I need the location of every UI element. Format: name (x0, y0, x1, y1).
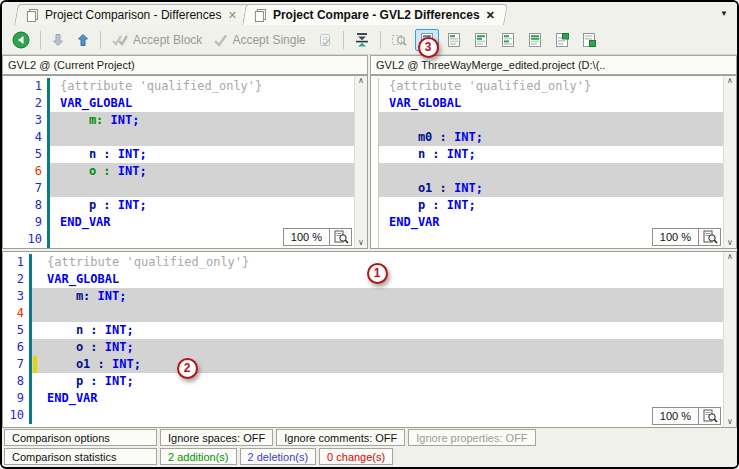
magnifier-document-icon (333, 230, 349, 244)
view-mode-additions-both-button[interactable] (469, 29, 493, 51)
zoom-level-value[interactable]: 100 % (652, 228, 699, 246)
align-differences-button[interactable] (350, 29, 374, 51)
code-line[interactable]: 9END_VAR (3, 390, 723, 407)
toolbar-separator (380, 31, 381, 49)
code-line[interactable]: 8 p : INT; (3, 373, 723, 390)
toolbar-separator (100, 31, 101, 49)
code-line[interactable]: 5 n : INT; (3, 322, 723, 339)
back-button[interactable] (8, 28, 34, 52)
code-line[interactable]: 2VAR_GLOBAL (3, 271, 723, 288)
preview-search-button[interactable] (387, 29, 412, 51)
tab-project-comparison-differences[interactable]: Project Comparison - Differences ✕ (14, 4, 249, 25)
comparison-statistics-label: Comparison statistics (4, 448, 157, 465)
ignore-comments-cell[interactable]: Ignore comments: OFF (276, 429, 405, 446)
annotation-circle-2: 2 (177, 358, 198, 379)
view-mode-overlay-bottom-button[interactable] (577, 29, 601, 51)
tab-label: Project Comparison - Differences (45, 8, 222, 22)
left-editor-scrollbar[interactable]: ∧ ∨ (354, 76, 367, 248)
line-number: 1 (3, 78, 47, 95)
code-text: VAR_GLOBAL (50, 95, 132, 112)
scroll-down-icon[interactable]: ∨ (358, 239, 364, 247)
code-line[interactable]: 2VAR_GLOBAL (3, 95, 354, 112)
code-text: {attribute 'qualified_only'} (379, 78, 591, 95)
scroll-up-icon[interactable]: ∧ (727, 253, 733, 261)
code-line[interactable]: 1{attribute 'qualified_only'} (3, 254, 723, 271)
line-number: 4 (3, 305, 29, 322)
code-text: o : INT; (50, 163, 147, 180)
view-mode-full-button[interactable] (523, 29, 547, 51)
scroll-down-icon[interactable]: ∨ (727, 418, 733, 426)
top-compare-split: ∧ ∨ 100 % 1{attribute 'q (2, 75, 737, 249)
code-text: END_VAR (379, 214, 440, 231)
magnifier-dashed-icon (391, 32, 408, 48)
code-line[interactable]: 6 o : INT; (3, 163, 354, 180)
code-text: o1 : INT; (37, 356, 141, 373)
code-line[interactable]: m0 : INT; (371, 129, 723, 146)
tab-close-icon[interactable]: ✕ (485, 10, 494, 21)
code-text: {attribute 'qualified_only'} (50, 78, 262, 95)
annotation-circle-3: 3 (418, 37, 439, 58)
left-compare-editor[interactable]: ∧ ∨ 100 % 1{attribute 'q (2, 75, 368, 249)
zoom-button[interactable] (330, 228, 352, 246)
accept-block-label: Accept Block (133, 33, 202, 47)
line-number: 10 (3, 407, 29, 424)
previous-difference-button[interactable] (72, 30, 94, 50)
code-line[interactable]: o1 : INT; (371, 180, 723, 197)
accept-block-button[interactable]: Accept Block (107, 30, 206, 50)
next-difference-button[interactable] (47, 30, 69, 50)
tab-close-icon[interactable]: ✕ (227, 10, 236, 21)
check-icon (213, 33, 228, 47)
code-text: p : INT; (37, 373, 134, 390)
scroll-down-icon[interactable]: ∨ (727, 239, 733, 247)
code-text: m: INT; (50, 112, 139, 129)
zoom-level-value[interactable]: 100 % (283, 228, 330, 246)
zoom-level-value[interactable]: 100 % (652, 407, 699, 425)
accept-single-button[interactable]: Accept Single (209, 30, 309, 50)
code-line[interactable]: 5 n : INT; (3, 146, 354, 163)
code-line[interactable]: 6 o : INT; (3, 339, 723, 356)
code-line[interactable]: 3 m: INT; (3, 288, 723, 305)
code-text (50, 180, 60, 197)
ignore-spaces-cell[interactable]: Ignore spaces: OFF (160, 429, 273, 446)
project-compare-window: Project Comparison - Differences ✕ Proje… (0, 0, 739, 469)
document-icon (25, 8, 39, 22)
code-line[interactable] (371, 112, 723, 129)
zoom-button[interactable] (699, 228, 721, 246)
tab-list-dropdown-icon[interactable]: ▼ (720, 10, 728, 18)
document-icon (253, 8, 267, 22)
view-mode-overlay-top-button[interactable] (550, 29, 574, 51)
code-line[interactable]: 3 m: INT; (3, 112, 354, 129)
view-mode-mixed-button[interactable] (496, 29, 520, 51)
code-line[interactable]: 4 (3, 129, 354, 146)
code-line[interactable]: VAR_GLOBAL (371, 95, 723, 112)
view-mode-additions-left-button[interactable] (442, 29, 466, 51)
gutter (371, 129, 379, 146)
accept-document-button[interactable] (313, 29, 337, 51)
bottom-editor-scrollbar[interactable]: ∧ ∨ (723, 252, 736, 427)
tab-project-compare-gvl2-differences[interactable]: Project Compare - GVL2 Differences ✕ (242, 4, 508, 25)
scroll-up-icon[interactable]: ∧ (358, 77, 364, 85)
line-number: 3 (3, 288, 29, 305)
code-line[interactable]: 10 (3, 407, 723, 424)
code-line[interactable]: 4 (3, 305, 723, 322)
gutter (371, 146, 379, 163)
right-editor-scrollbar[interactable]: ∧ ∨ (723, 76, 736, 248)
code-text: VAR_GLOBAL (379, 95, 461, 112)
code-line[interactable]: n : INT; (371, 146, 723, 163)
code-line[interactable]: 8 p : INT; (3, 197, 354, 214)
line-number: 5 (3, 146, 47, 163)
code-line[interactable] (371, 163, 723, 180)
ignore-properties-cell[interactable]: Ignore properties: OFF (408, 429, 535, 446)
code-line[interactable]: p : INT; (371, 197, 723, 214)
line-number: 7 (3, 180, 47, 197)
code-line[interactable]: 7 o1 : INT; (3, 356, 723, 373)
code-line[interactable]: 7 (3, 180, 354, 197)
left-pane-header: GVL2 @ (Current Project) (2, 55, 368, 75)
code-line[interactable]: 1{attribute 'qualified_only'} (3, 78, 354, 95)
code-line[interactable]: {attribute 'qualified_only'} (371, 78, 723, 95)
code-text: m0 : INT; (379, 129, 483, 146)
zoom-button[interactable] (699, 407, 721, 425)
scroll-up-icon[interactable]: ∧ (727, 77, 733, 85)
line-number: 9 (3, 390, 29, 407)
right-compare-editor[interactable]: ∧ ∨ 100 % {attribute 'qu (370, 75, 737, 249)
